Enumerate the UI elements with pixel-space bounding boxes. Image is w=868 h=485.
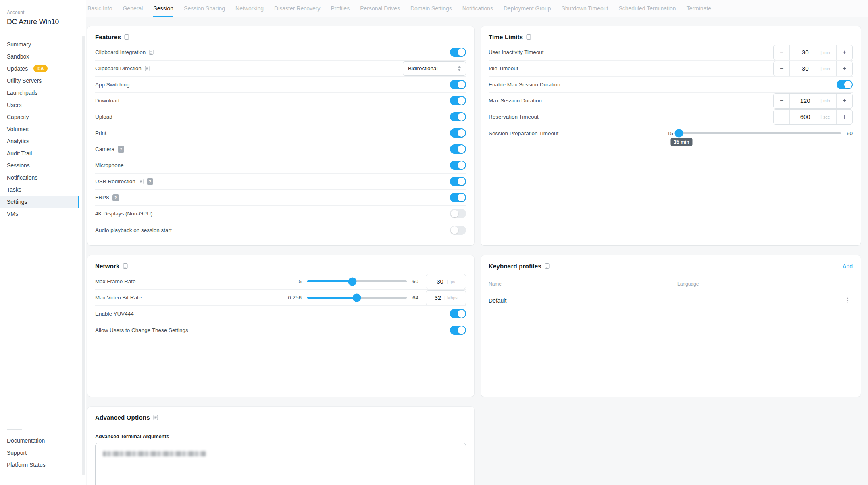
setting-label-text: Download	[95, 98, 119, 104]
tab-general[interactable]: General	[123, 0, 143, 17]
kebab-menu-icon[interactable]: ⋮	[843, 296, 853, 305]
setting-label-text: Enable YUV444	[95, 311, 134, 317]
sidebar-item-volumes[interactable]: Volumes	[0, 123, 79, 135]
sidebar-item-summary[interactable]: Summary	[0, 38, 79, 50]
table-row[interactable]: Default-⋮	[489, 292, 853, 309]
slider-min-label: 5	[298, 278, 302, 284]
toggle[interactable]	[450, 48, 466, 57]
setting-control: 1515 min60	[667, 130, 853, 136]
advanced-terminal-arguments-input[interactable]	[95, 443, 466, 485]
sidebar-item-analytics[interactable]: Analytics	[0, 135, 79, 147]
tab-session[interactable]: Session	[153, 0, 173, 17]
sidebar-item-vms[interactable]: VMs	[0, 208, 79, 220]
setting-row: 4K Displays (Non-GPU)	[95, 206, 466, 222]
profile-language-cell: -	[670, 297, 843, 304]
tab-shutdown-timeout[interactable]: Shutdown Timeout	[561, 0, 608, 17]
clipboard-direction-select[interactable]: Bidirectional	[403, 61, 466, 76]
sidebar-item-audit-trail[interactable]: Audit Trail	[0, 147, 79, 159]
slider-track[interactable]	[307, 297, 407, 299]
slider-handle[interactable]	[674, 129, 683, 138]
slider-track[interactable]: 15 min	[679, 132, 841, 134]
setting-control	[450, 48, 466, 57]
tab-personal-drives[interactable]: Personal Drives	[360, 0, 400, 17]
sidebar-item-updates[interactable]: UpdatesEA	[0, 63, 79, 75]
increment-button[interactable]: +	[836, 110, 852, 124]
slider-handle[interactable]	[348, 277, 357, 286]
setting-control: 0.2566432|Mbps	[288, 290, 466, 305]
setting-row: Download	[95, 93, 466, 109]
toggle[interactable]	[450, 112, 466, 121]
setting-control	[837, 80, 853, 89]
toggle[interactable]	[450, 96, 466, 105]
toggle[interactable]	[450, 80, 466, 89]
features-title: Features	[95, 33, 121, 40]
toggle[interactable]	[450, 326, 466, 335]
tab-session-sharing[interactable]: Session Sharing	[184, 0, 225, 17]
tab-basic-info[interactable]: Basic Info	[87, 0, 112, 17]
tab-profiles[interactable]: Profiles	[331, 0, 350, 17]
setting-label-text: Max Session Duration	[489, 98, 542, 104]
toggle[interactable]	[450, 128, 466, 138]
setting-label-text: Reservation Timeout	[489, 114, 539, 120]
slider-min-label: 15	[667, 130, 673, 136]
setting-row: Clipboard Integration	[95, 44, 466, 61]
tab-deployment-group[interactable]: Deployment Group	[504, 0, 551, 17]
tab-disaster-recovery[interactable]: Disaster Recovery	[274, 0, 320, 17]
setting-label: Audio playback on session start	[95, 227, 172, 233]
toggle[interactable]	[450, 309, 466, 318]
setting-label-text: Camera	[95, 146, 114, 152]
sidebar-item-label: Platform Status	[7, 462, 46, 468]
increment-button[interactable]: +	[836, 61, 852, 76]
toggle[interactable]	[450, 161, 466, 170]
stepper: −30|min+	[773, 61, 853, 76]
decrement-button[interactable]: −	[774, 61, 790, 76]
decrement-button[interactable]: −	[774, 110, 790, 124]
sidebar-item-launchpads[interactable]: Launchpads	[0, 87, 79, 99]
select-value: Bidirectional	[408, 65, 438, 71]
decrement-button[interactable]: −	[774, 45, 790, 60]
setting-row: App Switching	[95, 77, 466, 93]
setting-label-text: Enable Max Session Duration	[489, 82, 560, 88]
sidebar-item-settings[interactable]: Settings	[0, 196, 79, 208]
slider-handle[interactable]	[352, 293, 361, 302]
toggle-knob	[458, 113, 465, 121]
tab-terminate[interactable]: Terminate	[687, 0, 711, 17]
sidebar-item-users[interactable]: Users	[0, 99, 79, 111]
sidebar-item-documentation[interactable]: Documentation	[0, 435, 79, 447]
slider-value-box[interactable]: 32|Mbps	[426, 290, 466, 305]
sidebar-scrollbar[interactable]	[82, 36, 85, 475]
advanced-terminal-arguments-label: Advanced Terminal Arguments	[95, 434, 466, 439]
slider-track[interactable]	[307, 280, 407, 282]
slider-value-box[interactable]: 30|fps	[426, 274, 466, 289]
sidebar-item-tasks[interactable]: Tasks	[0, 184, 79, 196]
sidebar-item-support[interactable]: Support	[0, 447, 79, 459]
sidebar-item-sessions[interactable]: Sessions	[0, 159, 79, 171]
increment-button[interactable]: +	[836, 45, 852, 60]
toggle[interactable]	[450, 209, 466, 218]
sidebar-item-sandbox[interactable]: Sandbox	[0, 50, 79, 63]
setting-label: FRP8?	[95, 194, 119, 201]
add-keyboard-profile-button[interactable]: Add	[843, 263, 853, 270]
setting-row: Reservation Timeout−600|sec+	[489, 109, 853, 125]
sidebar-item-utility-servers[interactable]: Utility Servers	[0, 75, 79, 87]
unit-label: sec	[823, 115, 836, 119]
decrement-button[interactable]: −	[774, 94, 790, 108]
sidebar-item-notifications[interactable]: Notifications	[0, 171, 79, 184]
tab-scheduled-termination[interactable]: Scheduled Termination	[618, 0, 676, 17]
increment-button[interactable]: +	[836, 94, 852, 108]
toggle[interactable]	[450, 144, 466, 154]
sidebar-item-platform-status[interactable]: Platform Status	[0, 459, 79, 471]
sidebar-item-capacity[interactable]: Capacity	[0, 111, 79, 123]
toggle[interactable]	[450, 177, 466, 186]
setting-row: Allow Users to Change These Settings	[95, 322, 466, 338]
tab-notifications[interactable]: Notifications	[462, 0, 493, 17]
tab-networking[interactable]: Networking	[235, 0, 264, 17]
table-header-row: NameLanguage	[489, 276, 853, 292]
toggle[interactable]	[450, 226, 466, 235]
toggle[interactable]	[837, 80, 853, 89]
setting-label-text: Upload	[95, 114, 112, 120]
setting-row: Session Preparation Timeout1515 min60	[489, 125, 853, 141]
main-area: Basic InfoGeneralSessionSession SharingN…	[86, 0, 868, 485]
toggle[interactable]	[450, 193, 466, 202]
tab-domain-settings[interactable]: Domain Settings	[410, 0, 452, 17]
